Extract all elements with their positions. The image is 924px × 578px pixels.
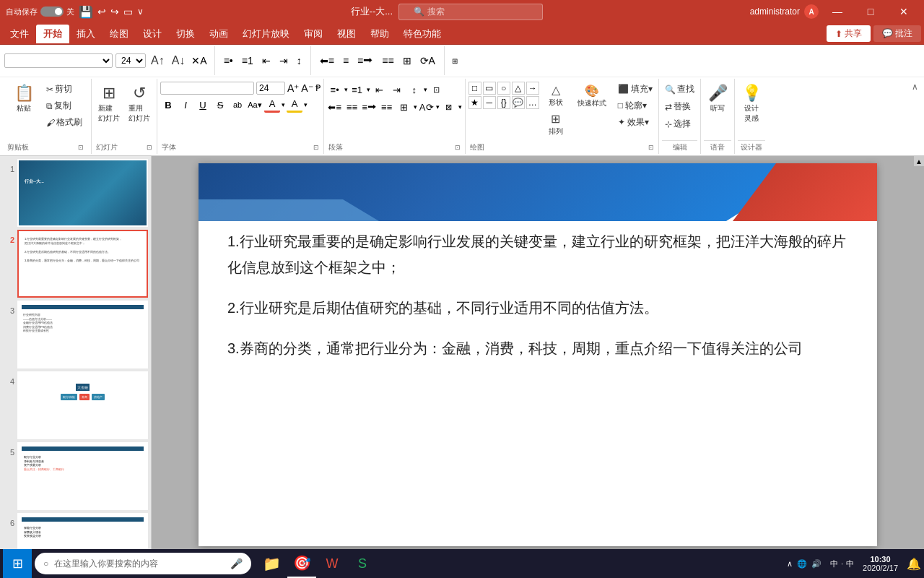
para-expander-btn[interactable]: ⊡	[429, 82, 445, 98]
copy-button[interactable]: ⧉ 复制	[43, 98, 85, 113]
save-icon[interactable]: 💾	[79, 5, 93, 19]
bullet-list-button[interactable]: ≡•	[221, 53, 236, 68]
num-list-button[interactable]: ≡1	[239, 53, 256, 68]
smart-art-dropdown[interactable]: ▾	[458, 103, 462, 111]
ribbon-collapse-button[interactable]: ∧	[909, 79, 921, 154]
text-dir-dropdown[interactable]: ▾	[436, 103, 440, 111]
text-col-dropdown[interactable]: ▾	[414, 103, 417, 111]
menu-file[interactable]: 文件	[3, 25, 36, 43]
slide-thumb-4[interactable]: 大金融 银行/保险 券商 房地产	[17, 371, 148, 439]
menu-draw[interactable]: 绘图	[103, 25, 136, 43]
format-painter-button[interactable]: 🖌 格式刷	[43, 115, 85, 130]
font-family-select[interactable]	[4, 53, 113, 68]
replace-button[interactable]: ⇄ 替换	[662, 99, 694, 114]
taskbar-search[interactable]: ○ 在这里输入你要搜索的内容 🎤	[35, 553, 251, 574]
network-icon[interactable]: 🌐	[797, 559, 807, 569]
font-size-input[interactable]	[256, 82, 285, 95]
shape-arrow[interactable]: →	[526, 82, 539, 95]
clear-format-button[interactable]: ✕A	[190, 53, 208, 68]
paragraph-expander-icon[interactable]: ⊡	[455, 144, 461, 151]
design-ideas-button[interactable]: 💡 设计灵感	[738, 82, 765, 126]
line-spacing-dropdown[interactable]: ▾	[424, 86, 427, 93]
align-center-button[interactable]: ≡	[340, 53, 352, 68]
line-spacing-btn[interactable]: ↕	[406, 82, 422, 98]
menu-review[interactable]: 审阅	[297, 25, 330, 43]
slides-expander-icon[interactable]: ⊡	[147, 144, 152, 151]
shape-circle[interactable]: ○	[497, 82, 510, 95]
font-size-select[interactable]: 24	[116, 53, 146, 68]
search-box[interactable]: 🔍 搜索	[398, 4, 543, 20]
user-avatar[interactable]: A	[804, 4, 819, 19]
cut-button[interactable]: ✂ 剪切	[43, 82, 85, 97]
canvas-scroll-up[interactable]: ▲	[914, 156, 924, 166]
indent-inc-btn[interactable]: ⇥	[389, 82, 405, 98]
dictation-button[interactable]: 🎤 听写	[704, 82, 731, 116]
indent-dec-btn[interactable]: ⇤	[372, 82, 388, 98]
align-right-btn[interactable]: ≡⮕	[362, 99, 378, 115]
slide-thumb-1[interactable]: 行业--大...	[17, 159, 148, 227]
slide-thumb-2[interactable]: 1.行业研究最重要的是确定影响行业发展的关键变量，建立行业的研究框架，把汪洋大海…	[17, 230, 148, 298]
font-color-dropdown[interactable]: ▾	[282, 101, 285, 108]
comment-button[interactable]: 💬 批注	[873, 25, 921, 42]
font-dec-button[interactable]: A⁻	[301, 82, 313, 94]
reuse-slide-button[interactable]: ↺ 重用幻灯片	[125, 82, 154, 126]
menu-features[interactable]: 特色功能	[396, 25, 448, 43]
find-button[interactable]: 🔍 查找	[662, 82, 697, 97]
drawing-expander-icon[interactable]: ⊡	[648, 144, 654, 151]
fill-button[interactable]: ⬛ 填充▾	[615, 82, 655, 97]
indent-dec-button[interactable]: ⇤	[259, 53, 274, 68]
column-button[interactable]: ⊞	[400, 53, 414, 68]
numbered-dropdown[interactable]: ▾	[367, 86, 370, 93]
slide-thumb-5[interactable]: 银行行业分析净利差与净息差资产质量分析 重点关注：招商银行、工商银行	[17, 442, 148, 510]
customize-icon[interactable]: ∨	[137, 7, 144, 17]
font-expander-icon[interactable]: ⊡	[313, 144, 319, 151]
highlight-button[interactable]: A	[287, 97, 302, 113]
outline-button[interactable]: □ 轮廓▾	[615, 98, 655, 113]
indent-inc-button[interactable]: ⇥	[276, 53, 291, 68]
maximize-button[interactable]: □	[856, 0, 885, 23]
arrange-button[interactable]: ⊞ 排列	[542, 111, 570, 138]
shape-rounded[interactable]: ▭	[483, 82, 496, 95]
taskbar-app-explorer[interactable]: 📁	[257, 549, 286, 578]
paste-button[interactable]: 📋 粘贴	[6, 82, 42, 116]
shape-bracket[interactable]: {}	[497, 96, 510, 109]
ime-cn[interactable]: 中	[830, 558, 838, 569]
text-col-btn[interactable]: ⊞	[396, 99, 412, 115]
menu-animation[interactable]: 动画	[202, 25, 235, 43]
align-left-btn[interactable]: ⬅≡	[327, 99, 343, 115]
justify-btn[interactable]: ≡≡	[379, 99, 395, 115]
slide-content[interactable]: 1.行业研究最重要的是确定影响行业发展的关键变量，建立行业的研究框架，把汪洋大海…	[227, 228, 848, 532]
taskbar-app-wps2[interactable]: W	[318, 549, 346, 578]
tray-arrow[interactable]: ∧	[787, 559, 793, 569]
text-dir-btn[interactable]: A⟳	[419, 99, 435, 115]
shadow-button[interactable]: ab	[230, 97, 245, 113]
highlight-dropdown[interactable]: ▾	[304, 101, 308, 108]
italic-button[interactable]: I	[178, 97, 193, 113]
start-button[interactable]: ⊞	[3, 549, 32, 578]
text-direction-button[interactable]: ⟳A	[417, 53, 438, 68]
share-button[interactable]: ⬆ 共享	[827, 25, 871, 42]
redo-icon[interactable]: ↪	[110, 6, 119, 17]
menu-insert[interactable]: 插入	[69, 25, 103, 43]
clipboard-expander-icon[interactable]: ⊡	[78, 144, 84, 151]
shape-button[interactable]: △ 形状	[542, 82, 570, 109]
menu-view[interactable]: 视图	[330, 25, 363, 43]
shape-star[interactable]: ★	[468, 96, 481, 109]
align-left-button[interactable]: ⬅≡	[317, 53, 337, 68]
bold-button[interactable]: B	[160, 97, 176, 113]
effect-button[interactable]: ✦ 效果▾	[615, 115, 655, 130]
change-case-button[interactable]: Aa▾	[247, 97, 263, 113]
shape-callout[interactable]: 💬	[512, 96, 525, 109]
justify-button[interactable]: ≡≡	[379, 53, 396, 68]
taskbar-app-wps[interactable]: 🎯	[287, 549, 316, 578]
smart-art-btn[interactable]: ⊠	[441, 99, 457, 115]
notification-icon[interactable]: 🔔	[907, 557, 921, 571]
ime-mode[interactable]: 中	[846, 558, 854, 569]
align-center-btn[interactable]: ≡≡	[344, 99, 360, 115]
menu-slideshow[interactable]: 幻灯片放映	[235, 25, 297, 43]
select-button[interactable]: ⊹ 选择	[662, 116, 694, 131]
paragraph-expander[interactable]: ⊞	[450, 56, 459, 66]
slide-thumb-3[interactable]: 行业研究内容 ——估值方法分析—— 金融行业适用PE估值法 消费行业适用PS估值…	[17, 301, 148, 368]
volume-icon[interactable]: 🔊	[811, 559, 821, 569]
font-shrink-button[interactable]: A↓	[170, 54, 188, 67]
